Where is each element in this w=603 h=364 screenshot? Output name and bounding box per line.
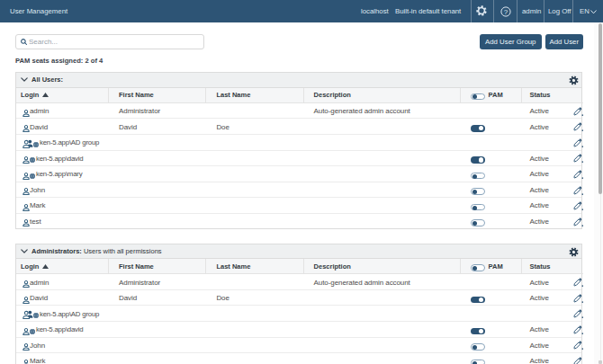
svg-text:?: ?: [504, 7, 508, 15]
